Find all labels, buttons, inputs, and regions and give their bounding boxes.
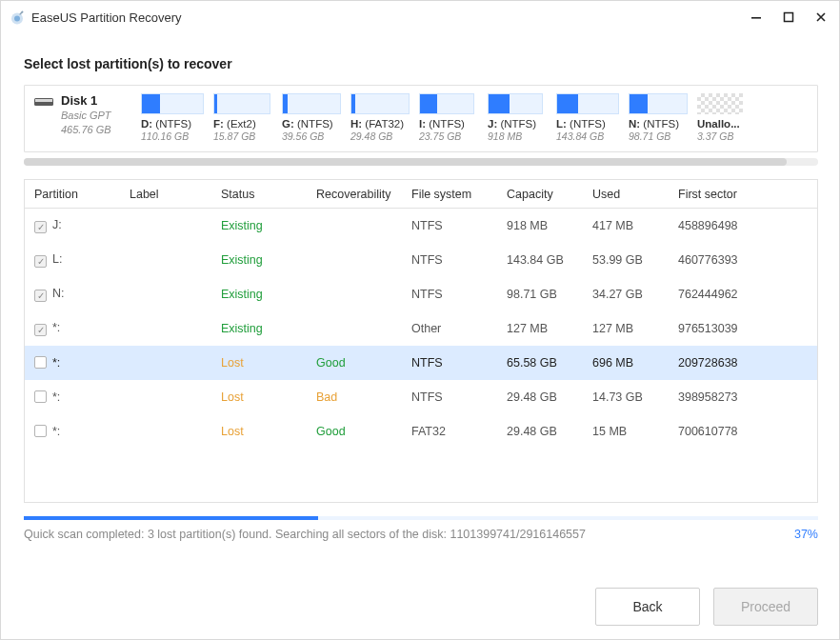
row-status: Existing [217,219,312,232]
row-sector: 762444962 [674,288,811,301]
strip-scrollbar[interactable] [24,158,818,166]
progress-text: Quick scan completed: 3 lost partition(s… [24,528,586,541]
maximize-button[interactable] [776,5,801,30]
row-checkbox [34,290,47,302]
row-capacity: 143.84 GB [503,253,589,267]
row-capacity: 29.48 GB [503,390,589,404]
table-row[interactable]: *:LostGoodFAT3229.48 GB15 MB700610778 [25,414,817,449]
close-button[interactable] [809,5,833,30]
svg-rect-2 [751,17,761,19]
partition-bar[interactable]: Unallo...3.37 GB [697,93,756,142]
row-status: Lost [217,425,312,438]
partition-bar[interactable]: F: (Ext2)15.87 GB [213,93,272,142]
partition-bar-label: N: (NTFS) [629,118,679,130]
partition-bar-label: Unallo... [697,118,740,130]
partition-bar-label: D: (NTFS) [141,118,191,130]
partition-bar-label: L: (NTFS) [556,118,606,130]
row-sector: 398958273 [674,390,811,404]
table-header: Partition Label Status Recoverability Fi… [25,180,817,209]
row-checkbox [34,324,47,336]
back-button[interactable]: Back [595,588,700,626]
progress-percent: 37% [794,528,818,541]
partition-bar-size: 143.84 GB [556,130,604,142]
row-partition: *: [52,390,60,404]
partition-bar-size: 918 MB [488,130,522,142]
row-status: Existing [217,322,312,335]
table-row[interactable]: J:ExistingNTFS918 MB417 MB458896498 [25,209,817,243]
partition-bar-label: F: (Ext2) [213,118,256,130]
th-capacity[interactable]: Capacity [503,188,589,201]
disk-scheme: Basic GPT [61,109,111,122]
svg-point-1 [14,16,20,22]
partition-bar-label: J: (NTFS) [488,118,536,130]
row-checkbox [34,221,47,233]
table-row[interactable]: L:ExistingNTFS143.84 GB53.99 GB460776393 [25,243,817,277]
row-partition: L: [52,252,62,266]
partition-bar[interactable]: G: (NTFS)39.56 GB [282,93,341,142]
app-icon [9,9,26,26]
row-fs: NTFS [408,356,503,370]
th-label[interactable]: Label [126,188,217,201]
disk-icon [34,95,53,109]
table-row[interactable]: *:LostGoodNTFS65.58 GB696 MB209728638 [25,346,817,380]
partition-bar[interactable]: H: (FAT32)29.48 GB [350,93,410,142]
svg-rect-3 [785,13,793,22]
progress-section: Quick scan completed: 3 lost partition(s… [24,516,818,541]
row-capacity: 98.71 GB [503,288,589,301]
partition-bar-size: 15.87 GB [213,130,255,142]
partition-bar[interactable]: D: (NTFS)110.16 GB [141,93,204,142]
row-checkbox[interactable] [34,390,47,403]
proceed-button[interactable]: Proceed [713,588,818,626]
disk-strip: Disk 1 Basic GPT 465.76 GB D: (NTFS)110.… [24,85,818,152]
disk-name: Disk 1 [61,93,111,108]
th-fs[interactable]: File system [408,188,503,201]
row-checkbox[interactable] [34,356,47,369]
row-used: 14.73 GB [589,390,674,404]
th-status[interactable]: Status [217,188,312,201]
table-row[interactable]: *:ExistingOther127 MB127 MB976513039 [25,311,817,346]
row-recoverability: Good [312,425,408,438]
partition-bar[interactable]: J: (NTFS)918 MB [488,93,547,142]
minimize-button[interactable] [744,5,769,30]
th-used[interactable]: Used [589,188,674,201]
row-status: Lost [217,390,312,404]
row-fs: NTFS [408,253,503,267]
partition-bar[interactable]: N: (NTFS)98.71 GB [629,93,688,142]
row-sector: 460776393 [674,253,811,267]
row-recoverability: Good [312,356,408,370]
table-row[interactable]: N:ExistingNTFS98.71 GB34.27 GB762444962 [25,277,817,311]
partition-table: Partition Label Status Recoverability Fi… [24,179,818,503]
row-status: Lost [217,356,312,370]
row-checkbox [34,255,47,268]
partition-bar-label: H: (FAT32) [350,118,404,130]
row-capacity: 918 MB [503,219,589,232]
row-used: 34.27 GB [589,288,674,301]
row-used: 15 MB [589,425,674,438]
row-used: 53.99 GB [589,253,674,267]
row-used: 417 MB [589,219,674,232]
row-recoverability: Bad [312,390,408,404]
row-fs: NTFS [408,219,503,232]
row-fs: Other [408,322,503,335]
th-sector[interactable]: First sector [674,188,811,201]
row-partition: *: [52,425,60,438]
partition-bar[interactable]: I: (NTFS)23.75 GB [419,93,478,142]
row-used: 127 MB [589,322,674,335]
progress-bar [24,516,818,520]
row-capacity: 65.58 GB [503,356,589,370]
row-checkbox[interactable] [34,425,47,437]
row-fs: NTFS [408,288,503,301]
row-partition: *: [52,321,60,334]
table-row[interactable]: *:LostBadNTFS29.48 GB14.73 GB398958273 [25,380,817,414]
svg-rect-5 [35,99,52,102]
page-title: Select lost partition(s) to recover [24,56,818,71]
th-recover[interactable]: Recoverability [312,188,408,201]
th-partition[interactable]: Partition [30,188,126,201]
partition-bar[interactable]: L: (NTFS)143.84 GB [556,93,619,142]
partition-bar-label: I: (NTFS) [419,118,465,130]
row-sector: 976513039 [674,322,811,335]
row-fs: NTFS [408,390,503,404]
titlebar: EaseUS Partition Recovery [1,1,839,33]
row-fs: FAT32 [408,425,503,438]
partition-bar-size: 29.48 GB [350,130,392,142]
